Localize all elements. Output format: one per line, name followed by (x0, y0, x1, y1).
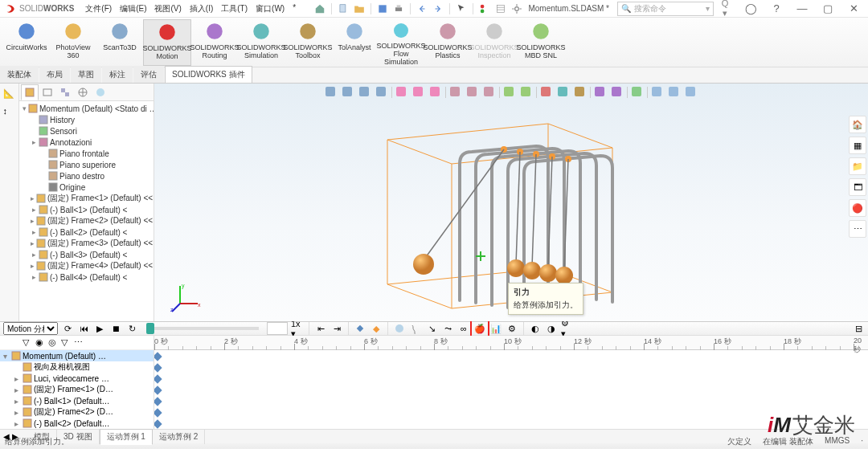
command-tab[interactable]: 评估 (133, 66, 164, 83)
play-icon[interactable]: ▶ (93, 322, 106, 335)
view-tool-icon[interactable] (428, 85, 443, 100)
menu-item[interactable]: 插入(I) (186, 2, 216, 16)
ribbon-button[interactable]: TolAnalyst (331, 19, 378, 66)
command-tab[interactable]: 标注 (102, 66, 133, 83)
view-tool-icon[interactable] (502, 85, 517, 100)
ribbon-button[interactable]: SOLIDWORKSFlow Simulation (378, 19, 424, 66)
view-tool-icon[interactable] (630, 85, 645, 100)
user-icon[interactable]: ◯ (741, 2, 760, 16)
rebuild-icon[interactable] (478, 2, 491, 15)
tree-row[interactable]: ▸(固定) Frame<1> (Default) <<… (19, 193, 154, 204)
tree-row[interactable]: ▸(固定) Frame<4> (Default) <<… (19, 260, 154, 271)
tree-row[interactable]: ▸(-) Ball<1> (Default) < (19, 204, 154, 215)
play-start-icon[interactable]: ⏮ (77, 322, 90, 335)
tree-row[interactable]: ▸Annotazioni (19, 137, 154, 148)
plot-icon[interactable]: ⚙ (506, 322, 518, 335)
ribbon-button[interactable]: SOLIDWORKSMBD SNL (518, 19, 564, 66)
ribbon-button[interactable]: SOLIDWORKSInspection (471, 19, 518, 66)
new-icon[interactable] (337, 2, 350, 15)
graphics-viewport[interactable]: y x z 引力 给算例添加引力。 🏠 ▦ 📁 🗔 🔴 ⋯ (154, 84, 868, 321)
home-icon[interactable] (313, 2, 326, 15)
menu-item[interactable]: 窗口(W) (252, 2, 288, 16)
menu-item[interactable]: 视图(V) (151, 2, 184, 16)
heads-up-view-toolbar[interactable] (324, 85, 698, 100)
save-icon[interactable] (376, 2, 389, 15)
view-tool-icon[interactable] (375, 85, 389, 100)
time-input[interactable] (267, 322, 288, 335)
ribbon-button[interactable]: SOLIDWORKSToolbox (285, 19, 331, 66)
autokey-icon[interactable]: ◆ (370, 322, 383, 335)
redo-icon[interactable] (432, 2, 444, 15)
command-tab[interactable]: 草图 (71, 66, 101, 83)
ribbon-button[interactable]: CircuitWorks (3, 19, 50, 66)
tree-row[interactable]: ▸(固定) Frame<3> (Default) <<… (19, 238, 154, 249)
view-tool-icon[interactable] (395, 85, 409, 100)
view-tool-icon[interactable] (650, 85, 665, 100)
view-tool-icon[interactable] (411, 85, 426, 100)
view-tool-icon[interactable] (448, 85, 463, 100)
command-tab[interactable]: SOLIDWORKS 插件 (165, 66, 252, 83)
view-tool-icon[interactable] (684, 85, 698, 100)
quick-access-toolbar[interactable] (313, 2, 523, 15)
tree-row[interactable]: History (19, 114, 154, 125)
command-tab[interactable]: 装配体 (0, 66, 39, 83)
view-tool-icon[interactable] (593, 85, 608, 100)
command-tab-bar[interactable]: 装配体布局草图标注评估SOLIDWORKS 插件 (0, 67, 868, 84)
menu-bar[interactable]: 文件(F)编辑(E)视图(V)插入(I)工具(T)窗口(W)* (82, 2, 299, 16)
motion-tree-row[interactable]: ▸(固定) Frame<1> (D… (0, 384, 154, 395)
select-icon[interactable] (455, 2, 468, 15)
menu-item[interactable]: 工具(T) (218, 2, 251, 16)
stop-icon[interactable]: ⏹ (109, 322, 122, 335)
config-tab-icon[interactable] (56, 84, 74, 100)
tree-row[interactable]: ▸(-) Ball<3> (Default) < (19, 249, 154, 260)
view-tool-icon[interactable] (573, 85, 588, 100)
motion-tree[interactable]: ▽ ◉◎▽⋯ ▾Momentum (Default) …视向及相机视图▸Luci… (0, 336, 154, 429)
view-tool-icon[interactable] (465, 85, 480, 100)
search-input[interactable]: 🔍搜索命令 ▾ (617, 2, 714, 16)
tree-tab-bar[interactable] (19, 84, 154, 101)
motion-tab[interactable]: 运动算例 2 (153, 430, 205, 444)
motion-toolbar[interactable]: Motion 分析 ⟳ ⏮ ▶ ⏹ ↻ 1x ▾ ⇤ ⇥ ◆ ↘ ⤳ ∞ 🍎 📊… (0, 322, 868, 336)
motion-tab[interactable]: 运动算例 1 (100, 429, 153, 445)
feature-tree-tab-icon[interactable] (21, 84, 39, 100)
settings-icon[interactable] (510, 2, 523, 15)
close-icon[interactable]: ✕ (844, 2, 863, 16)
command-tab[interactable]: 布局 (39, 66, 70, 83)
force-icon[interactable]: ⤳ (441, 322, 454, 335)
damper-icon[interactable]: ↘ (425, 322, 438, 335)
tree-row[interactable]: Piano superiore (19, 159, 154, 170)
spring-icon[interactable] (409, 322, 422, 335)
resources-tab-icon[interactable]: ▦ (849, 137, 866, 154)
tree-row[interactable]: ▸(-) Ball<2> (Default) < (19, 226, 154, 238)
left-task-strip[interactable]: 📐↕ (0, 84, 19, 321)
tree-row[interactable]: Piano frontale (19, 148, 154, 159)
home-tab-icon[interactable]: 🏠 (849, 116, 866, 133)
motion-tree-row[interactable]: ▾Momentum (Default) … (0, 350, 154, 361)
view-tool-icon[interactable] (324, 85, 338, 100)
view-tool-icon[interactable] (556, 85, 571, 100)
collapse-icon[interactable]: ⊟ (852, 322, 865, 335)
timeline[interactable]: 0 秒2 秒4 秒6 秒8 秒10 秒12 秒14 秒16 秒18 秒20 秒 (154, 336, 868, 429)
feature-tree[interactable]: ▾ Momentum (Default) <Stato di … History… (19, 101, 154, 321)
mate2-icon[interactable]: ◑ (545, 322, 558, 335)
help-icon[interactable]: ? (767, 2, 786, 16)
appearance-tab-icon[interactable] (92, 84, 109, 100)
library-tab-icon[interactable]: 📁 (849, 157, 866, 175)
ribbon-button[interactable]: SOLIDWORKSMotion (143, 19, 191, 66)
playback-mode-icon[interactable]: ↻ (125, 322, 138, 335)
ribbon-button[interactable]: SOLIDWORKSSimulation (238, 19, 285, 66)
view-tool-icon[interactable] (358, 85, 372, 100)
ribbon-button[interactable]: ScanTo3D (96, 19, 143, 66)
appearances-tab-icon[interactable]: 🔴 (849, 199, 866, 217)
motion-tree-row[interactable]: ▸(固定) Frame<2> (D… (0, 406, 154, 418)
tree-row[interactable]: Origine (19, 182, 154, 193)
contact-icon[interactable]: ∞ (457, 322, 470, 335)
display-tab-icon[interactable] (74, 84, 92, 100)
next-key-icon[interactable]: ⇥ (330, 322, 343, 335)
view-tool-icon[interactable] (667, 85, 682, 100)
motion-tree-toolbar[interactable]: ▽ ◉◎▽⋯ (0, 336, 154, 350)
options-icon[interactable]: ⚙ ▾ (561, 322, 574, 335)
undo-icon[interactable] (416, 2, 428, 15)
tree-row[interactable]: Sensori (19, 125, 154, 137)
mate-icon[interactable]: ◐ (529, 322, 542, 335)
